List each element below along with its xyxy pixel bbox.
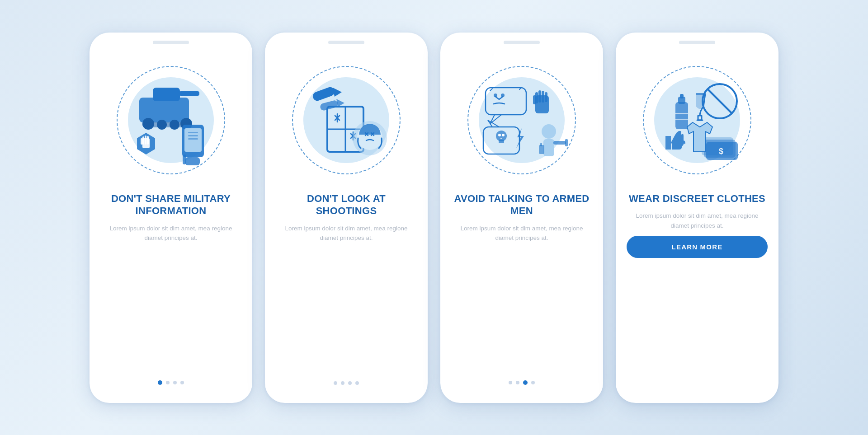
svg-rect-1 (153, 88, 180, 101)
svg-point-46 (542, 124, 556, 139)
phone-1-dots (158, 380, 184, 385)
dot (341, 381, 344, 385)
illustration-4: $ (634, 52, 760, 188)
phone-4: $ WEAR DISCREET CLOTHES Lorem ipsum dolo… (616, 33, 778, 403)
dot (516, 381, 519, 384)
phone-notch-3 (504, 41, 540, 44)
svg-text:$: $ (719, 147, 723, 156)
svg-rect-54 (675, 102, 688, 129)
phone-4-desc: Lorem ipsum dolor sit dim amet, mea regi… (616, 205, 778, 230)
phone-2: DON'T LOOK AT SHOOTINGS Lorem ipsum dolo… (265, 33, 428, 403)
svg-rect-21 (311, 86, 336, 102)
svg-rect-9 (184, 128, 202, 152)
svg-rect-36 (538, 90, 541, 103)
phone-1-desc: Lorem ipsum dolor sit dim amet, mea regi… (90, 217, 252, 243)
svg-rect-47 (543, 139, 554, 156)
svg-point-32 (494, 94, 497, 97)
svg-rect-11 (188, 135, 198, 136)
phone-3-title: AVOID TALKING TO ARMED MEN (440, 192, 603, 217)
svg-rect-43 (499, 140, 504, 143)
phone-notch-4 (679, 41, 715, 44)
dot-active (523, 380, 528, 385)
dot (173, 381, 177, 384)
phone-2-desc: Lorem ipsum dolor sit dim amet, mea regi… (265, 217, 428, 243)
phone-4-title: WEAR DISCREET CLOTHES (618, 192, 776, 205)
phone-3-dots (509, 380, 535, 385)
dot-active (158, 380, 162, 385)
svg-rect-23 (320, 99, 339, 111)
svg-rect-20 (141, 138, 143, 145)
illustration-1 (108, 52, 234, 188)
dot (166, 381, 170, 384)
phone-notch-1 (153, 41, 189, 44)
svg-marker-22 (333, 88, 342, 97)
phone-1: DON'T SHARE MILITARY INFORMATION Lorem i… (90, 33, 252, 403)
svg-rect-10 (188, 132, 198, 133)
svg-line-53 (708, 89, 731, 113)
learn-more-button[interactable]: LEARN MORE (627, 236, 768, 258)
svg-point-33 (501, 94, 505, 97)
svg-rect-38 (545, 92, 547, 102)
phone-notch-2 (328, 41, 364, 44)
svg-rect-13 (185, 157, 200, 165)
svg-rect-14 (183, 154, 186, 164)
phones-container: DON'T SHARE MILITARY INFORMATION Lorem i… (90, 33, 778, 403)
dot (531, 381, 535, 384)
dot (355, 381, 359, 385)
svg-point-45 (502, 134, 505, 136)
phone-2-dots (334, 381, 359, 385)
phone-3: AVOID TALKING TO ARMED MEN Lorem ipsum d… (440, 33, 603, 403)
svg-rect-50 (539, 145, 544, 154)
illustration-3 (458, 52, 585, 188)
svg-rect-37 (542, 91, 544, 103)
phone-1-title: DON'T SHARE MILITARY INFORMATION (90, 192, 252, 217)
dot (348, 381, 352, 385)
phone-2-title: DON'T LOOK AT SHOOTINGS (265, 192, 428, 217)
svg-rect-48 (553, 141, 566, 145)
svg-rect-39 (533, 95, 536, 104)
illustration-2 (283, 52, 410, 188)
svg-rect-56 (680, 94, 684, 98)
dot (334, 381, 337, 385)
svg-rect-18 (145, 136, 146, 145)
svg-rect-51 (540, 143, 542, 146)
svg-rect-12 (188, 138, 198, 140)
svg-rect-49 (565, 139, 568, 146)
phone-3-desc: Lorem ipsum dolor sit dim amet, mea regi… (440, 217, 603, 243)
svg-rect-30 (486, 88, 526, 115)
svg-point-44 (498, 134, 501, 136)
dot (509, 381, 512, 384)
svg-rect-19 (147, 136, 149, 145)
svg-rect-2 (179, 91, 199, 96)
dot (180, 381, 184, 384)
